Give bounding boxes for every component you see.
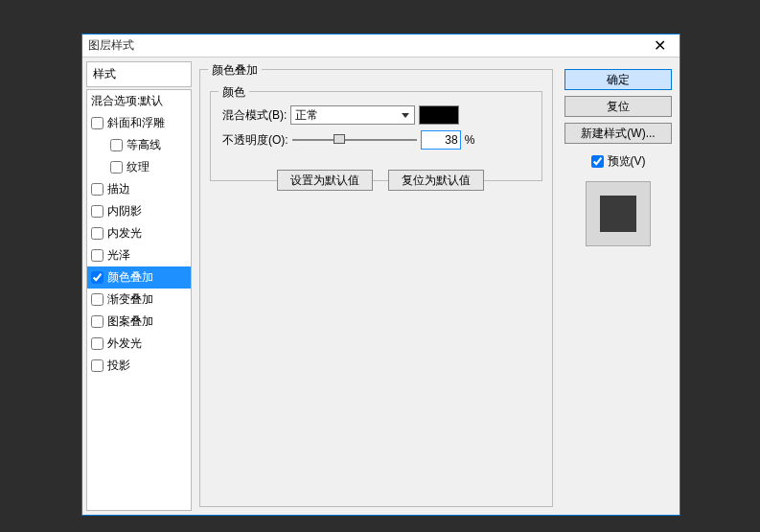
style-item-2[interactable]: 等高线 <box>87 134 191 156</box>
style-item-5[interactable]: 内阴影 <box>87 200 191 222</box>
style-item-7[interactable]: 光泽 <box>87 244 191 266</box>
group-outer-label: 颜色叠加 <box>208 62 262 79</box>
new-style-button[interactable]: 新建样式(W)... <box>564 123 672 144</box>
preview-row: 预览(V) <box>591 153 646 170</box>
style-item-label: 内发光 <box>107 225 142 242</box>
slider-thumb[interactable] <box>334 134 345 144</box>
style-checkbox[interactable] <box>91 337 104 350</box>
style-checkbox[interactable] <box>110 139 123 151</box>
blend-row: 混合模式(B): 正常 <box>222 105 459 125</box>
style-item-8[interactable]: 颜色叠加 <box>87 266 191 289</box>
color-swatch[interactable] <box>419 105 459 125</box>
style-item-9[interactable]: 渐变叠加 <box>87 289 191 311</box>
style-item-0[interactable]: 混合选项:默认 <box>87 90 191 112</box>
style-item-12[interactable]: 投影 <box>87 355 191 377</box>
style-item-label: 内阴影 <box>107 203 142 220</box>
dialog-title: 图层样式 <box>88 37 646 54</box>
right-panel: 确定 复位 新建样式(W)... 预览(V) <box>561 61 676 511</box>
style-item-1[interactable]: 斜面和浮雕 <box>87 112 191 134</box>
style-item-label: 图案叠加 <box>107 313 153 330</box>
style-checkbox[interactable] <box>91 205 104 218</box>
default-buttons-row: 设置为默认值 复位为默认值 <box>277 170 484 191</box>
opacity-label: 不透明度(O): <box>222 132 288 149</box>
blend-mode-label: 混合模式(B): <box>222 107 287 124</box>
dialog-content: 样式 混合选项:默认斜面和浮雕等高线纹理描边内阴影内发光光泽颜色叠加渐变叠加图案… <box>82 58 679 515</box>
style-checkbox[interactable] <box>91 227 104 240</box>
styles-header[interactable]: 样式 <box>86 61 192 87</box>
group-color: 颜色 混合模式(B): 正常 不透明度(O): <box>210 91 542 181</box>
style-item-label: 投影 <box>107 358 130 374</box>
style-checkbox[interactable] <box>91 293 104 306</box>
opacity-row: 不透明度(O): % <box>222 130 474 150</box>
style-checkbox[interactable] <box>91 183 104 196</box>
group-inner-label: 颜色 <box>219 84 249 101</box>
preview-label: 预览(V) <box>608 153 646 170</box>
blend-mode-value: 正常 <box>295 107 318 124</box>
cancel-button[interactable]: 复位 <box>564 96 672 117</box>
middle-panel: 颜色叠加 颜色 混合模式(B): 正常 不透明度(O): <box>196 61 557 511</box>
style-checkbox[interactable] <box>91 271 104 284</box>
style-item-label: 光泽 <box>107 247 130 264</box>
style-checkbox[interactable] <box>91 315 104 328</box>
style-item-label: 渐变叠加 <box>107 291 153 308</box>
style-item-10[interactable]: 图案叠加 <box>87 311 191 333</box>
slider-track <box>292 139 417 141</box>
style-item-label: 外发光 <box>107 335 142 352</box>
style-item-3[interactable]: 纹理 <box>87 156 191 178</box>
blend-mode-select[interactable]: 正常 <box>290 105 415 125</box>
preview-checkbox[interactable] <box>591 155 604 168</box>
reset-default-button[interactable]: 复位为默认值 <box>388 170 484 191</box>
opacity-unit: % <box>465 133 475 147</box>
titlebar: 图层样式 ✕ <box>82 35 679 58</box>
ok-button[interactable]: 确定 <box>564 69 672 90</box>
style-item-label: 斜面和浮雕 <box>107 115 165 131</box>
style-item-label: 颜色叠加 <box>107 269 153 286</box>
style-item-label: 描边 <box>107 181 130 197</box>
style-checkbox[interactable] <box>110 161 123 173</box>
opacity-input[interactable] <box>421 130 461 150</box>
style-checkbox[interactable] <box>91 249 104 262</box>
style-item-6[interactable]: 内发光 <box>87 222 191 244</box>
group-color-overlay: 颜色叠加 颜色 混合模式(B): 正常 不透明度(O): <box>199 69 553 507</box>
style-item-label: 混合选项:默认 <box>91 93 163 109</box>
left-panel: 样式 混合选项:默认斜面和浮雕等高线纹理描边内阴影内发光光泽颜色叠加渐变叠加图案… <box>86 61 192 511</box>
style-item-4[interactable]: 描边 <box>87 178 191 200</box>
style-checkbox[interactable] <box>91 117 104 129</box>
set-default-button[interactable]: 设置为默认值 <box>277 170 373 191</box>
style-item-11[interactable]: 外发光 <box>87 333 191 355</box>
opacity-slider[interactable] <box>292 130 417 150</box>
preview-box <box>586 181 651 246</box>
preview-swatch <box>600 196 636 232</box>
style-checkbox[interactable] <box>91 359 104 372</box>
close-icon[interactable]: ✕ <box>646 36 674 55</box>
layer-style-dialog: 图层样式 ✕ 样式 混合选项:默认斜面和浮雕等高线纹理描边内阴影内发光光泽颜色叠… <box>81 34 680 516</box>
style-item-label: 等高线 <box>127 137 161 153</box>
style-item-label: 纹理 <box>127 159 150 175</box>
style-list: 混合选项:默认斜面和浮雕等高线纹理描边内阴影内发光光泽颜色叠加渐变叠加图案叠加外… <box>86 89 192 511</box>
